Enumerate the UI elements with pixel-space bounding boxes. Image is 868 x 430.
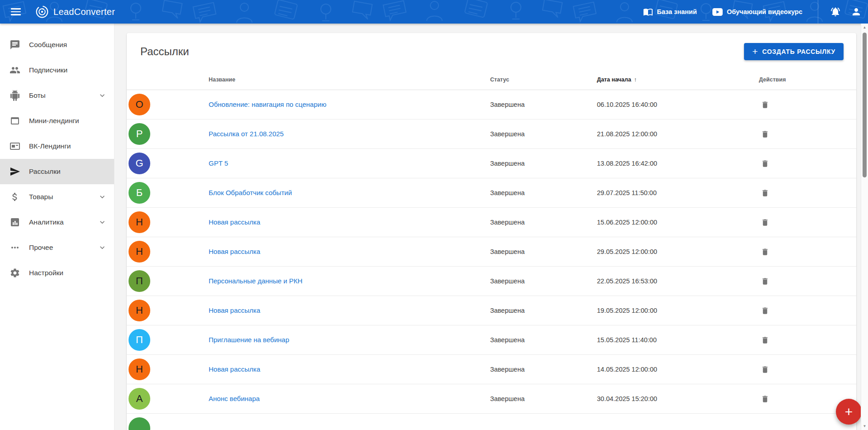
sidebar-item-vk-landings[interactable]: ВК-Лендинги <box>0 134 114 159</box>
delete-mailing-button[interactable] <box>760 188 770 198</box>
chevron-down-icon[interactable] <box>98 91 107 100</box>
avatar: Р <box>129 123 150 145</box>
column-header-status: Статус <box>490 76 597 83</box>
avatar: Н <box>129 211 150 233</box>
video-course-link[interactable]: Обучающий видеокурс <box>712 8 802 16</box>
robot-icon <box>10 90 20 101</box>
sidebar-item-label: ВК-Лендинги <box>29 142 71 150</box>
window-icon <box>10 115 20 126</box>
avatar: П <box>129 329 150 351</box>
app-logo[interactable]: LeadConverter <box>35 5 115 19</box>
delete-mailing-button[interactable] <box>760 129 770 139</box>
plus-icon: + <box>752 47 758 56</box>
table-row <box>127 414 856 430</box>
plus-icon: + <box>845 405 853 419</box>
menu-toggle-button[interactable] <box>8 4 24 20</box>
delete-mailing-button[interactable] <box>760 306 770 316</box>
sidebar-item-label: Подписчики <box>29 66 67 74</box>
user-profile-icon[interactable] <box>851 6 862 17</box>
mailing-status: Завершена <box>490 160 597 167</box>
table-row: G GPT 5 Завершена 13.08.2025 16:42:00 <box>127 149 856 178</box>
chevron-down-icon[interactable] <box>98 218 107 227</box>
table-row: Н Новая рассылка Завершена 14.05.2025 12… <box>127 355 856 384</box>
column-header-start-date[interactable]: Дата начала ↑ <box>597 76 759 83</box>
sidebar-item-label: Товары <box>29 193 53 201</box>
knowledge-base-link[interactable]: База знаний <box>643 7 697 17</box>
column-header-actions: Действия <box>759 76 856 83</box>
table-row: Н Новая рассылка Завершена 19.05.2025 12… <box>127 296 856 325</box>
mailing-name-link[interactable]: GPT 5 <box>209 159 228 167</box>
mailing-start-date: 30.04.2025 15:20:00 <box>597 395 759 402</box>
sidebar-navigation: Сообщения Подписчики Боты Мини-лендинги … <box>0 24 114 430</box>
analytics-icon <box>10 217 20 228</box>
main-content: Рассылки + СОЗДАТЬ РАССЫЛКУ Название Ста… <box>114 24 861 430</box>
header-icon-zone <box>818 0 862 24</box>
avatar: G <box>129 153 150 174</box>
mailing-name-link[interactable]: Блок Обработчик событий <box>209 189 292 196</box>
table-row: Н Новая рассылка Завершена 29.05.2025 12… <box>127 237 856 267</box>
vertical-scrollbar[interactable]: ▲ ▼ <box>861 24 868 430</box>
sidebar-item-messages[interactable]: Сообщения <box>0 32 114 57</box>
mailing-name-link[interactable]: Новая рассылка <box>209 365 260 373</box>
mailing-name-link[interactable]: Приглашение на вебинар <box>209 336 289 344</box>
table-row: Р Рассылка от 21.08.2025 Завершена 21.08… <box>127 119 856 149</box>
video-course-label: Обучающий видеокурс <box>727 8 802 15</box>
delete-mailing-button[interactable] <box>760 247 770 257</box>
scroll-down-arrow-icon[interactable]: ▼ <box>861 424 868 428</box>
mailing-name-link[interactable]: Персональные данные и РКН <box>209 277 302 285</box>
mailing-start-date: 22.05.2025 16:53:00 <box>597 277 759 285</box>
sidebar-item-settings[interactable]: Настройки <box>0 260 114 286</box>
table-header-row: Название Статус Дата начала ↑ Действия <box>127 69 856 90</box>
mailing-start-date: 19.05.2025 12:00:00 <box>597 307 759 314</box>
chevron-down-icon[interactable] <box>98 243 107 252</box>
send-icon <box>10 166 20 177</box>
avatar: Н <box>129 241 150 263</box>
dollar-icon <box>10 191 20 202</box>
mailing-name-link[interactable]: Новая рассылка <box>209 218 260 226</box>
sidebar-item-label: Рассылки <box>29 167 61 176</box>
sidebar-item-mailings[interactable]: Рассылки <box>0 159 114 184</box>
create-mailing-button[interactable]: + СОЗДАТЬ РАССЫЛКУ <box>744 43 844 60</box>
delete-mailing-button[interactable] <box>760 217 770 228</box>
avatar: А <box>129 388 150 410</box>
sort-ascending-icon: ↑ <box>634 76 637 83</box>
scroll-up-arrow-icon[interactable]: ▲ <box>861 25 868 29</box>
delete-mailing-button[interactable] <box>760 276 770 287</box>
mailing-status: Завершена <box>490 219 597 226</box>
delete-mailing-button[interactable] <box>760 364 770 375</box>
app-name: LeadConverter <box>53 7 115 17</box>
sidebar-item-products[interactable]: Товары <box>0 184 114 210</box>
avatar: Н <box>129 300 150 321</box>
mailing-start-date: 21.08.2025 12:00:00 <box>597 130 759 138</box>
chevron-down-icon[interactable] <box>98 192 107 201</box>
sidebar-item-subscribers[interactable]: Подписчики <box>0 57 114 83</box>
vk-landing-icon <box>10 141 20 152</box>
sidebar-item-analytics[interactable]: Аналитика <box>0 210 114 235</box>
mailing-status: Завершена <box>490 395 597 402</box>
delete-mailing-button[interactable] <box>760 100 770 110</box>
leadconverter-logo-icon <box>35 5 49 19</box>
delete-mailing-button[interactable] <box>760 335 770 345</box>
delete-mailing-button[interactable] <box>760 394 770 404</box>
more-dots-icon <box>10 242 20 253</box>
delete-mailing-button[interactable] <box>760 158 770 169</box>
sidebar-item-label: Аналитика <box>29 218 64 226</box>
mailing-status: Завершена <box>490 101 597 108</box>
sidebar-item-other[interactable]: Прочее <box>0 235 114 260</box>
mailing-name-link[interactable]: Рассылка от 21.08.2025 <box>209 130 284 138</box>
notifications-bell-icon[interactable] <box>830 6 841 17</box>
mailing-name-link[interactable]: Новая рассылка <box>209 248 260 255</box>
table-row: П Приглашение на вебинар Завершена 15.05… <box>127 325 856 355</box>
mailing-status: Завершена <box>490 130 597 138</box>
fab-add-mailing-button[interactable]: + <box>836 399 862 425</box>
column-header-name: Название <box>209 76 490 83</box>
mailing-name-link[interactable]: Анонс вебинара <box>209 395 260 402</box>
mailing-name-link[interactable]: Новая рассылка <box>209 306 260 314</box>
sidebar-item-mini-landings[interactable]: Мини-лендинги <box>0 108 114 134</box>
scrollbar-thumb[interactable] <box>863 33 867 177</box>
avatar: Н <box>129 358 150 380</box>
mailing-name-link[interactable]: Обновление: навигация по сценарию <box>209 100 326 108</box>
sidebar-item-bots[interactable]: Боты <box>0 83 114 108</box>
book-icon <box>643 7 653 17</box>
chat-icon <box>10 39 20 50</box>
